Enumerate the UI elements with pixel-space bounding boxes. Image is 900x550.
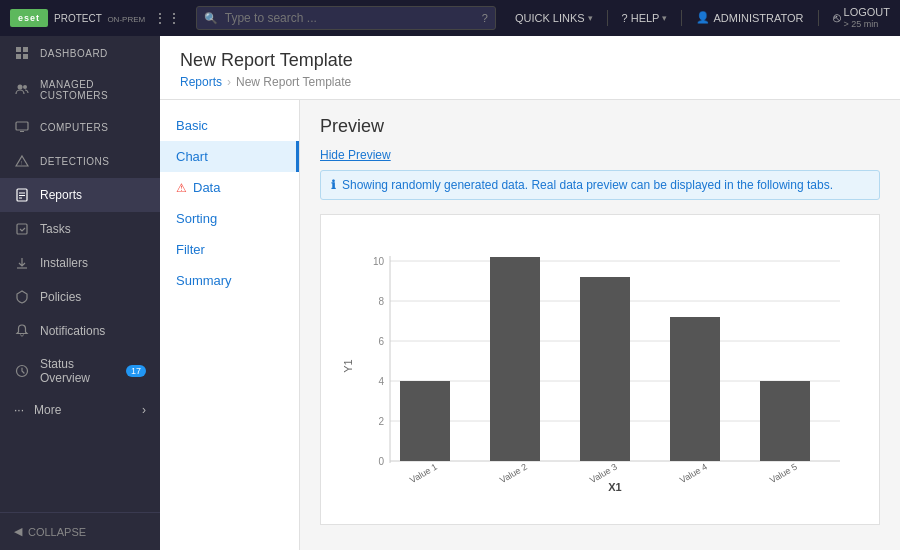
left-nav-sorting-label: Sorting [176,211,217,226]
sidebar-item-policies[interactable]: Policies [0,280,160,314]
help-chevron: ▾ [662,13,667,23]
svg-text:Value 4: Value 4 [678,462,709,486]
hide-preview-link[interactable]: Hide Preview [320,148,391,162]
svg-rect-6 [16,122,28,130]
sidebar-label-managed: MANAGED CUSTOMERS [40,79,146,101]
collapse-icon: ◀ [14,525,22,538]
left-nav-data-label: Data [193,180,220,195]
preview-title: Preview [320,116,880,137]
left-nav-data[interactable]: ⚠ Data [160,172,299,203]
tasks-icon [14,221,30,237]
svg-point-5 [23,85,27,89]
sidebar-label-tasks: Tasks [40,222,71,236]
sidebar-item-tasks[interactable]: Tasks [0,212,160,246]
svg-rect-3 [23,54,28,59]
more-label: More [34,403,61,417]
inner-layout: Basic Chart ⚠ Data Sorting Filter Summar… [160,100,900,550]
svg-text:Value 5: Value 5 [768,462,799,486]
detections-icon: ! [14,153,30,169]
apps-icon[interactable]: ⋮⋮ [153,10,181,26]
bar-5 [760,381,810,461]
sidebar-item-installers[interactable]: Installers [0,246,160,280]
collapse-btn[interactable]: ◀ COLLAPSE [0,512,160,550]
svg-rect-2 [16,54,21,59]
svg-text:4: 4 [378,376,384,387]
divider2 [681,10,682,26]
svg-rect-13 [17,224,27,234]
sidebar-label-detections: DETECTIONS [40,156,109,167]
svg-rect-0 [16,47,21,52]
eset-logo: eset [10,9,48,27]
left-nav-summary[interactable]: Summary [160,265,299,296]
chart-svg: Y1 10 8 6 4 2 0 [337,231,863,491]
sidebar-item-notifications[interactable]: Notifications [0,314,160,348]
more-icon: ··· [14,403,24,417]
left-nav-basic-label: Basic [176,118,208,133]
svg-rect-7 [20,131,24,132]
info-icon: ℹ [331,178,336,192]
divider1 [607,10,608,26]
eset-logo-text: eset [18,13,40,23]
user-icon: 👤 [696,11,710,24]
sidebar-label-computers: COMPUTERS [40,122,108,133]
policies-icon [14,289,30,305]
search-input[interactable] [196,6,496,30]
admin-btn[interactable]: 👤 ADMINISTRATOR [696,11,803,24]
left-nav-chart[interactable]: Chart [160,141,299,172]
computers-icon [14,119,30,135]
sidebar-label-notifications: Notifications [40,324,105,338]
info-bar: ℹ Showing randomly generated data. Real … [320,170,880,200]
svg-text:Value 1: Value 1 [408,462,439,486]
preview-area: Preview Hide Preview ℹ Showing randomly … [300,100,900,550]
help-btn[interactable]: ? HELP ▾ [622,12,668,24]
collapse-label: COLLAPSE [28,526,86,538]
logout-icon: ⎋ [833,10,841,25]
sidebar-label-status: Status Overview [40,357,116,385]
sidebar-item-reports[interactable]: Reports [0,178,160,212]
bar-1 [400,381,450,461]
left-nav-summary-label: Summary [176,273,232,288]
sidebar-item-dashboard[interactable]: DASHBOARD [0,36,160,70]
left-nav-sorting[interactable]: Sorting [160,203,299,234]
quick-links-chevron: ▾ [588,13,593,23]
chart-container: Y1 10 8 6 4 2 0 [320,214,880,525]
sidebar-item-managed-customers[interactable]: MANAGED CUSTOMERS [0,70,160,110]
left-nav-basic[interactable]: Basic [160,110,299,141]
sidebar: DASHBOARD MANAGED CUSTOMERS COMPUTERS ! … [0,36,160,550]
notifications-icon [14,323,30,339]
svg-point-4 [18,85,23,90]
breadcrumb-current: New Report Template [236,75,351,89]
sidebar-item-computers[interactable]: COMPUTERS [0,110,160,144]
sidebar-more[interactable]: ··· More › [0,394,160,426]
sidebar-item-detections[interactable]: ! DETECTIONS [0,144,160,178]
svg-text:2: 2 [378,416,384,427]
installers-icon [14,255,30,271]
reports-icon [14,187,30,203]
sidebar-label-dashboard: DASHBOARD [40,48,108,59]
logo-area: eset PROTECT ON-PREM ⋮⋮ [10,9,181,27]
svg-text:6: 6 [378,336,384,347]
info-text: Showing randomly generated data. Real da… [342,178,833,192]
quick-links-btn[interactable]: QUICK LINKS ▾ [515,12,593,24]
data-warn-icon: ⚠ [176,181,187,195]
status-badge: 17 [126,365,146,377]
left-nav-filter-label: Filter [176,242,205,257]
sidebar-item-status-overview[interactable]: Status Overview 17 [0,348,160,394]
svg-text:8: 8 [378,296,384,307]
bar-2 [490,257,540,461]
more-chevron: › [142,403,146,417]
svg-text:!: ! [21,160,22,166]
breadcrumb-parent[interactable]: Reports [180,75,222,89]
left-nav-filter[interactable]: Filter [160,234,299,265]
svg-text:10: 10 [373,256,385,267]
help-icon: ? [622,12,628,24]
sidebar-label-policies: Policies [40,290,81,304]
bar-4 [670,317,720,461]
managed-customers-icon [14,82,30,98]
dashboard-icon [14,45,30,61]
logout-btn[interactable]: ⎋ LOGOUT > 25 min [833,6,890,30]
svg-text:Y1: Y1 [342,359,354,372]
bar-3 [580,277,630,461]
left-nav: Basic Chart ⚠ Data Sorting Filter Summar… [160,100,300,550]
svg-text:X1: X1 [608,481,621,491]
